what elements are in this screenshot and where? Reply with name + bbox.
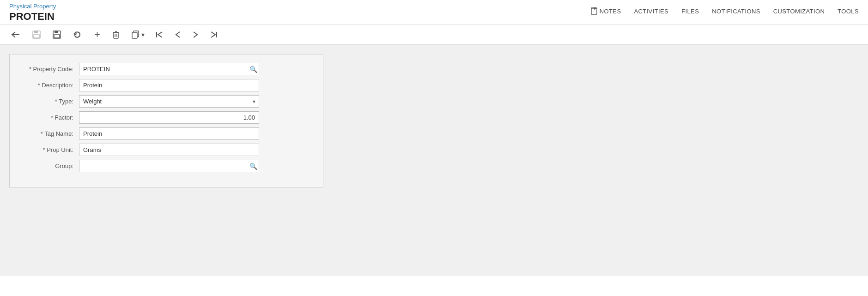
tag-name-input-wrap [79, 127, 259, 140]
tag-name-input[interactable] [79, 127, 259, 140]
nav-tools[interactable]: TOOLS [838, 8, 859, 15]
copy-dropdown-button[interactable]: ▾ [141, 30, 146, 39]
nav-activities-label: ACTIVITIES [634, 8, 668, 15]
copy-button-group: ▾ [130, 30, 146, 40]
prop-unit-input-wrap [79, 144, 259, 156]
svg-rect-9 [55, 31, 58, 33]
description-input-wrap [79, 79, 259, 91]
svg-rect-17 [132, 32, 137, 38]
main-content: * Property Code: 🔍 * Description: * Type… [0, 45, 868, 276]
form-row-property-code: * Property Code: 🔍 [19, 63, 314, 75]
save-button[interactable] [51, 30, 63, 40]
property-code-input[interactable] [79, 63, 259, 75]
factor-input-wrap [79, 111, 259, 124]
back-button[interactable] [9, 30, 22, 40]
header-nav: NOTES ACTIVITIES FILES NOTIFICATIONS CUS… [591, 3, 859, 15]
type-select-wrap: Weight Volume Count Length ▾ [79, 95, 259, 108]
undo-button[interactable] [71, 30, 84, 40]
factor-label: * Factor: [19, 114, 79, 121]
svg-rect-10 [54, 35, 60, 38]
nav-notes[interactable]: NOTES [591, 7, 621, 15]
nav-files[interactable]: FILES [681, 8, 699, 15]
form-card: * Property Code: 🔍 * Description: * Type… [9, 54, 323, 187]
copy-button[interactable] [130, 30, 141, 40]
delete-button[interactable] [110, 30, 121, 40]
nav-customization[interactable]: CUSTOMIZATION [773, 8, 825, 15]
nav-notifications-label: NOTIFICATIONS [712, 8, 760, 15]
prev-record-button[interactable] [173, 30, 182, 39]
nav-tools-label: TOOLS [838, 8, 859, 15]
description-label: * Description: [19, 82, 79, 89]
svg-rect-7 [34, 35, 39, 38]
page-title: PROTEIN [9, 11, 56, 23]
property-code-label: * Property Code: [19, 66, 79, 72]
add-button[interactable]: + [92, 29, 102, 41]
toolbar: + ▾ [0, 25, 868, 45]
last-record-button[interactable] [208, 30, 219, 39]
nav-notes-label: NOTES [600, 8, 621, 15]
form-row-group: Group: 🔍 [19, 160, 314, 172]
form-row-factor: * Factor: [19, 111, 314, 124]
property-code-input-wrap: 🔍 [79, 63, 259, 75]
first-record-button[interactable] [154, 30, 165, 39]
next-record-button[interactable] [191, 30, 200, 39]
svg-rect-0 [591, 8, 597, 14]
form-row-prop-unit: * Prop Unit: [19, 144, 314, 156]
tag-name-label: * Tag Name: [19, 130, 79, 137]
group-search-button[interactable]: 🔍 [249, 163, 257, 170]
group-input-wrap: 🔍 [79, 160, 259, 172]
nav-activities[interactable]: ACTIVITIES [634, 8, 668, 15]
type-label: * Type: [19, 98, 79, 105]
header-left: Physical Property PROTEIN [9, 3, 56, 23]
svg-rect-6 [34, 31, 38, 33]
svg-rect-12 [114, 32, 118, 38]
save-draft-button[interactable] [30, 30, 42, 40]
factor-input[interactable] [79, 111, 259, 124]
nav-files-label: FILES [681, 8, 699, 15]
header: Physical Property PROTEIN NOTES ACTIVITI… [0, 0, 868, 25]
property-code-search-button[interactable]: 🔍 [249, 66, 257, 73]
group-label: Group: [19, 163, 79, 169]
form-row-tag-name: * Tag Name: [19, 127, 314, 140]
breadcrumb[interactable]: Physical Property [9, 3, 56, 10]
description-input[interactable] [79, 79, 259, 91]
prop-unit-label: * Prop Unit: [19, 146, 79, 153]
type-select[interactable]: Weight Volume Count Length [79, 95, 259, 108]
nav-customization-label: CUSTOMIZATION [773, 8, 825, 15]
form-row-description: * Description: [19, 79, 314, 91]
notes-icon [591, 7, 597, 15]
nav-notifications[interactable]: NOTIFICATIONS [712, 8, 760, 15]
group-input[interactable] [79, 160, 259, 172]
form-row-type: * Type: Weight Volume Count Length ▾ [19, 95, 314, 108]
prop-unit-input[interactable] [79, 144, 259, 156]
